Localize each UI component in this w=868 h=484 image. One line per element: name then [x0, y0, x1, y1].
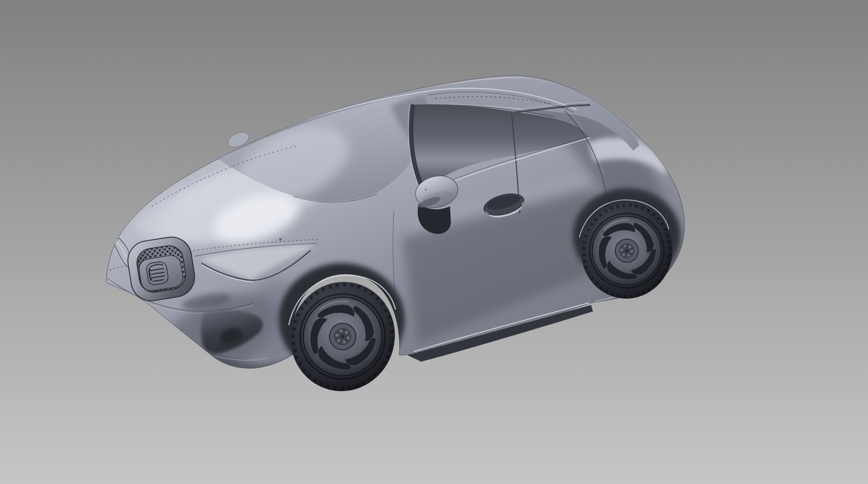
car-render [0, 0, 868, 484]
sensor-dot [279, 238, 282, 241]
cad-viewport[interactable] [0, 0, 868, 484]
front-grille [125, 234, 198, 304]
